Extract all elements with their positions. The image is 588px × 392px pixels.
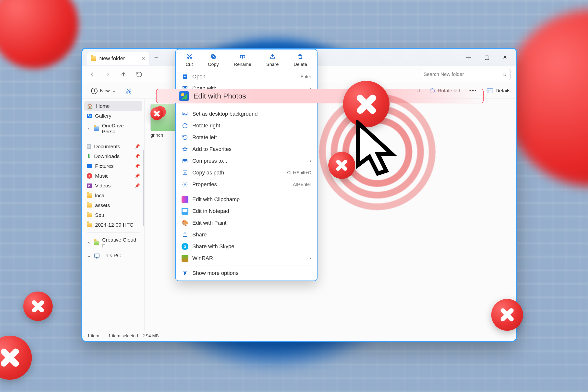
sidebar-item-label: Videos xyxy=(95,183,111,189)
ctx-label: Copy xyxy=(208,62,219,67)
sidebar-item-music[interactable]: ♪ Music 📌 xyxy=(82,171,144,181)
minimize-button[interactable]: ― xyxy=(460,50,478,65)
up-button[interactable] xyxy=(119,70,128,79)
new-button[interactable]: New ⌄ xyxy=(88,86,119,96)
sidebar-item-home[interactable]: 🏠 Home xyxy=(84,101,142,111)
pin-icon[interactable]: 📌 xyxy=(134,173,140,178)
back-button[interactable] xyxy=(88,70,96,79)
status-selected-count: 1 item selected xyxy=(108,334,138,338)
sidebar-item-downloads[interactable]: ⬇ Downloads 📌 xyxy=(82,152,144,161)
pin-icon[interactable]: 📌 xyxy=(134,154,140,159)
pin-icon[interactable]: 📌 xyxy=(134,164,140,169)
ctx-rename-button[interactable]: Rename xyxy=(234,53,251,67)
ctx-edit-with-photos[interactable]: Edit with Photos xyxy=(156,89,484,104)
ctx-rotate-right[interactable]: Rotate right xyxy=(176,120,317,132)
ctx-add-favorites[interactable]: Add to Favorites xyxy=(176,143,317,155)
ctx-compress[interactable]: Compress to... › xyxy=(176,155,317,167)
ctx-share-button[interactable]: Share xyxy=(266,53,279,67)
sidebar-item-seu[interactable]: Seu xyxy=(82,210,144,220)
ctx-skype[interactable]: S Share with Skype xyxy=(176,240,317,252)
forward-button[interactable] xyxy=(104,70,112,79)
file-name: grinch xyxy=(150,132,178,138)
ctx-item-label: Compress to... xyxy=(192,158,227,164)
new-tab-button[interactable]: + xyxy=(152,53,160,62)
refresh-button[interactable] xyxy=(135,70,144,79)
chevron-right-icon: › xyxy=(310,255,311,262)
folder-icon xyxy=(91,56,96,61)
ctx-copy-path[interactable]: Copy as path Ctrl+Shift+C xyxy=(176,167,317,178)
copy-path-icon xyxy=(182,169,188,176)
ctx-share2[interactable]: Share xyxy=(176,229,317,240)
sidebar-item-gallery[interactable]: Gallery xyxy=(82,111,144,121)
sidebar-item-label: 2024-12-09 HTG xyxy=(95,222,134,228)
svg-rect-17 xyxy=(183,171,187,175)
sidebar-item-pictures[interactable]: Pictures 📌 xyxy=(82,161,144,171)
sidebar-item-onedrive[interactable]: › OneDrive - Perso xyxy=(82,121,144,136)
pin-icon[interactable]: 📌 xyxy=(134,183,140,188)
sidebar-item-dated-folder[interactable]: 2024-12-09 HTG xyxy=(82,220,144,230)
sidebar-item-label: assets xyxy=(95,202,110,208)
svg-point-0 xyxy=(503,73,505,75)
ctx-open[interactable]: Open Enter xyxy=(176,71,317,82)
svg-rect-7 xyxy=(212,55,214,58)
ctx-label: Delete xyxy=(294,62,307,67)
window-tab[interactable]: New folder ✕ xyxy=(87,52,150,65)
rotate-right-icon xyxy=(182,122,188,129)
gallery-icon xyxy=(87,114,92,118)
ctx-properties[interactable]: Properties Alt+Enter xyxy=(176,178,317,190)
sidebar-item-videos[interactable]: Videos 📌 xyxy=(82,181,144,190)
search-box[interactable]: Search New folder xyxy=(420,69,510,80)
ctx-label: Share xyxy=(266,62,279,67)
svg-point-1 xyxy=(126,92,128,93)
sidebar-item-label: local xyxy=(95,192,106,198)
chevron-right-icon: › xyxy=(310,158,311,164)
ctx-item-label: Share with Skype xyxy=(192,243,234,250)
ctx-clipchamp[interactable]: Edit with Clipchamp xyxy=(176,194,317,205)
chevron-down-icon[interactable]: ⌄ xyxy=(87,252,91,258)
search-icon xyxy=(502,72,507,77)
ctx-item-label: Add to Favorites xyxy=(192,146,232,152)
tab-close-button[interactable]: ✕ xyxy=(141,56,145,62)
ctx-winrar[interactable]: WinRAR › xyxy=(176,252,317,264)
sidebar-item-documents[interactable]: Documents 📌 xyxy=(82,142,144,152)
ctx-notepad[interactable]: Edit in Notepad xyxy=(176,205,317,217)
close-button[interactable]: ✕ xyxy=(496,50,514,65)
cut-button[interactable] xyxy=(124,86,133,95)
folder-icon xyxy=(87,203,92,208)
sidebar-item-creative-cloud[interactable]: › Creative Cloud F xyxy=(82,235,144,251)
ctx-copy-button[interactable]: Copy xyxy=(208,53,219,67)
ctx-rotate-left[interactable]: Rotate left xyxy=(176,132,317,143)
chevron-right-icon[interactable]: › xyxy=(87,126,91,132)
ctx-cut-button[interactable]: Cut xyxy=(186,53,193,67)
search-placeholder: Search New folder xyxy=(424,72,464,77)
sidebar-item-assets[interactable]: assets xyxy=(82,200,144,210)
chevron-right-icon[interactable]: › xyxy=(87,240,91,246)
ctx-item-label: Properties xyxy=(192,181,217,188)
ctx-item-label: Rotate right xyxy=(192,122,220,129)
ctx-label: Cut xyxy=(186,62,193,67)
folder-icon xyxy=(87,223,92,227)
pin-icon[interactable]: 📌 xyxy=(134,144,140,149)
context-divider xyxy=(179,192,314,192)
ctx-shortcut: Alt+Enter xyxy=(293,182,311,187)
scrollbar-thumb[interactable] xyxy=(143,150,144,226)
svg-point-18 xyxy=(184,184,186,185)
sidebar-item-local[interactable]: local xyxy=(82,190,144,200)
ctx-paint[interactable]: 🎨 Edit with Paint xyxy=(176,217,317,229)
documents-icon xyxy=(87,144,91,149)
sidebar-item-label: Home xyxy=(96,103,110,109)
open-icon xyxy=(182,73,188,80)
sidebar-item-this-pc[interactable]: ⌄ This PC xyxy=(82,251,144,260)
details-view-button[interactable]: Details xyxy=(487,88,510,94)
ctx-delete-button[interactable]: Delete xyxy=(294,53,307,67)
maximize-button[interactable]: ▢ xyxy=(478,50,496,65)
downloads-icon: ⬇ xyxy=(87,153,91,159)
chevron-down-icon: ⌄ xyxy=(112,88,116,93)
ctx-show-more[interactable]: Show more options xyxy=(176,267,317,279)
svg-rect-3 xyxy=(487,89,493,93)
sidebar-item-label: Creative Cloud F xyxy=(102,237,140,249)
ctx-shortcut: Ctrl+Shift+C xyxy=(287,170,311,176)
clipchamp-icon xyxy=(182,196,188,203)
error-circle-icon xyxy=(491,299,523,331)
ctx-set-background[interactable]: Set as desktop background xyxy=(176,108,317,120)
